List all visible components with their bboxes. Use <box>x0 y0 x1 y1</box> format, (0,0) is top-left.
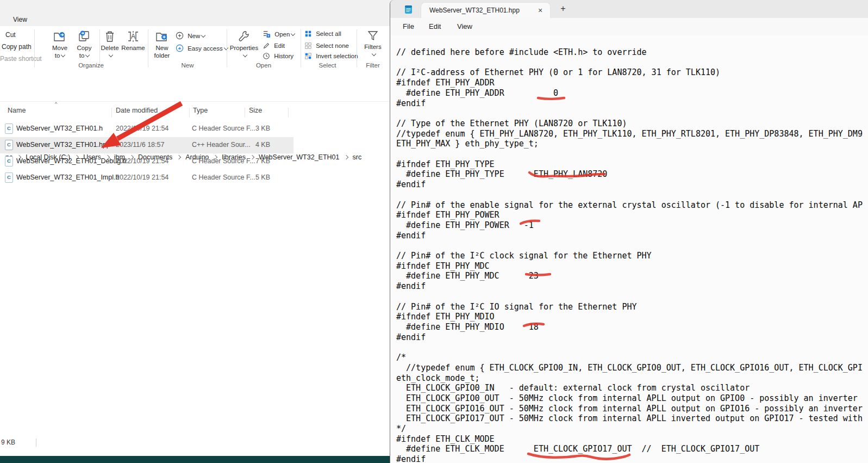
taskbar-strip[interactable] <box>0 456 392 463</box>
select-all-button[interactable]: Select all <box>304 30 341 38</box>
c-file-icon: C <box>5 124 13 134</box>
menu-view[interactable]: View <box>457 22 472 30</box>
file-name: WebServer_WT32_ETH01.h <box>16 125 103 132</box>
chevron-right-icon <box>344 155 348 159</box>
file-date: 2022/10/19 21:54 <box>116 174 168 181</box>
easy-access-icon <box>176 44 184 52</box>
notepad-text-area[interactable]: // defined here before #include <ETH.h> … <box>390 35 868 463</box>
ribbon-group-label: Filter <box>361 62 385 69</box>
explorer-ribbon: Cut Copy path Paste shortcut Moveto Copy… <box>0 26 392 72</box>
table-row[interactable]: C WebServer_WT32_ETH01.h 2022/10/19 21:5… <box>0 121 294 137</box>
cpp-file-icon: C <box>5 140 13 150</box>
ribbon-group-label: Open <box>239 62 288 69</box>
delete-button[interactable]: Delete <box>100 30 120 59</box>
file-date: 2022/10/19 21:54 <box>116 157 168 165</box>
table-row[interactable]: C WebServer_WT32_ETH01_Debug.h 2022/10/1… <box>0 153 294 170</box>
new-tab-icon[interactable]: + <box>558 3 569 14</box>
history-button[interactable]: History <box>263 52 294 60</box>
file-size: 5 KB <box>232 174 270 181</box>
history-icon <box>263 52 270 60</box>
file-explorer-window: View Cut Copy path Paste shortcut Moveto… <box>0 0 392 463</box>
code-editor-text: // defined here before #include <ETH.h> … <box>396 47 863 463</box>
file-size: 7 KB <box>232 157 270 165</box>
file-name: WebServer_WT32_ETH01_Impl.h <box>16 174 119 181</box>
cut-button[interactable]: Cut <box>5 31 16 39</box>
c-file-icon: C <box>5 172 13 183</box>
file-date: 2023/11/6 18:57 <box>116 141 164 149</box>
move-to-button[interactable]: Moveto <box>47 30 73 59</box>
column-header-name[interactable]: Name <box>8 107 26 114</box>
notepad-tab-bar: WebServer_WT32_ETH01.hpp × + <box>390 0 868 18</box>
edit-icon <box>263 42 270 50</box>
new-item-button[interactable]: New <box>176 32 205 40</box>
column-header-type[interactable]: Type <box>193 107 208 114</box>
table-row-selected[interactable]: C WebServer_WT32_ETH01.hpp 2023/11/6 18:… <box>0 137 294 153</box>
paste-shortcut-button[interactable]: Paste shortcut <box>0 55 42 63</box>
filters-icon <box>367 30 379 42</box>
edit-button[interactable]: Edit <box>263 42 285 50</box>
file-name: WebServer_WT32_ETH01.hpp <box>16 141 110 149</box>
easy-access-button[interactable]: Easy access <box>176 44 228 52</box>
new-folder-button[interactable]: Newfolder <box>151 30 173 59</box>
file-date: 2022/10/19 21:54 <box>116 125 168 132</box>
new-item-icon <box>176 32 184 40</box>
menu-edit[interactable]: Edit <box>429 22 441 30</box>
properties-icon <box>238 30 250 43</box>
svg-text:A: A <box>131 33 135 40</box>
file-size: 3 KB <box>232 125 270 132</box>
open-button[interactable]: Open <box>263 30 295 38</box>
breadcrumb-item[interactable]: src <box>353 153 362 161</box>
status-bar-size: 9 KB <box>1 439 15 446</box>
file-size: 4 KB <box>232 141 270 149</box>
column-header-size[interactable]: Size <box>249 107 262 114</box>
select-none-button[interactable]: Select none <box>304 42 349 50</box>
notepad-app-icon <box>404 4 413 14</box>
properties-button[interactable]: Properties <box>229 30 259 59</box>
invert-selection-icon <box>304 52 312 60</box>
copy-to-icon <box>78 30 91 43</box>
sort-ascending-icon: ^ <box>55 101 57 107</box>
address-bar[interactable]: pc Local Disk (C:) Users ibm Documents A… <box>0 71 392 102</box>
notepad-menu-bar: File Edit View <box>390 18 868 36</box>
file-name: WebServer_WT32_ETH01_Debug.h <box>16 157 127 165</box>
select-none-icon <box>304 42 312 50</box>
column-header-date[interactable]: Date modified <box>116 107 158 114</box>
open-icon <box>263 30 271 38</box>
notepad-window: WebServer_WT32_ETH01.hpp × + File Edit V… <box>390 0 868 463</box>
rename-button[interactable]: A Rename <box>121 30 146 52</box>
copy-to-button[interactable]: Copyto <box>73 30 96 59</box>
select-all-icon <box>304 30 312 38</box>
close-icon[interactable]: × <box>535 6 545 16</box>
ribbon-group-label: New <box>163 62 212 69</box>
status-bar-divider <box>36 439 36 447</box>
move-to-icon <box>53 30 66 43</box>
ribbon-group-label: Select <box>304 62 351 69</box>
delete-icon <box>104 30 116 43</box>
ribbon-group-label: Organize <box>65 62 117 69</box>
menu-file[interactable]: File <box>403 22 414 30</box>
ribbon-tab-view[interactable]: View <box>13 16 27 23</box>
rename-icon: A <box>126 30 140 43</box>
new-folder-icon <box>155 30 168 43</box>
explorer-titlebar: View <box>0 0 392 26</box>
table-row[interactable]: C WebServer_WT32_ETH01_Impl.h 2022/10/19… <box>0 170 294 186</box>
filters-button[interactable]: Filters <box>361 30 385 58</box>
copy-path-button[interactable]: Copy path <box>2 43 32 51</box>
c-file-icon: C <box>5 156 13 166</box>
tab-webserver-hpp[interactable]: WebServer_WT32_ETH01.hpp × <box>421 2 551 18</box>
invert-selection-button[interactable]: Invert selection <box>304 52 358 60</box>
tab-title: WebServer_WT32_ETH01.hpp <box>429 7 520 14</box>
